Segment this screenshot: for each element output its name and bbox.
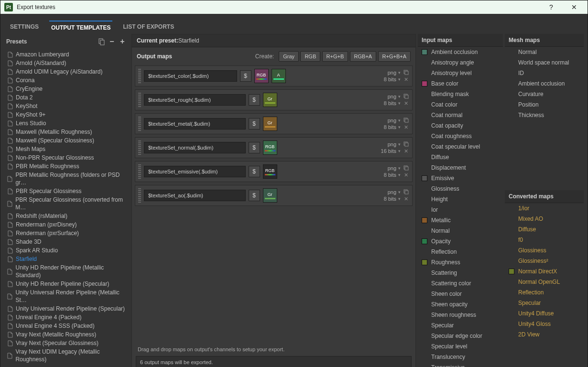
input-map-item[interactable]: Scattering color [418,278,503,289]
preset-item[interactable]: PBR Specular Glossiness (converted from … [4,195,130,212]
preset-item[interactable]: Maxwell (Metallic Roughness) [4,128,130,136]
variable-button[interactable]: $ [249,190,260,201]
preset-item[interactable]: CryEngine [4,85,130,93]
preset-item[interactable]: PBR Metallic Roughness (folders or PSD g… [4,171,130,187]
converted-map-item[interactable]: Unity4 Gloss [505,319,584,329]
preset-item[interactable]: Unity Universal Render Pipeline (Specula… [4,304,130,313]
drag-handle[interactable] [138,140,141,155]
preset-item[interactable]: Maxwell (Specular Glossiness) [4,136,130,145]
map-name-input[interactable] [144,190,246,201]
channel-chip[interactable]: RGB [263,140,277,155]
preset-item[interactable]: Unreal Engine 4 SSS (Packed) [4,322,130,330]
drag-handle[interactable] [138,164,141,179]
input-map-item[interactable]: Coat opacity [418,120,503,131]
preset-item[interactable]: Vray Next (Metallic Roughness) [4,330,130,339]
input-map-item[interactable]: Height [418,194,503,205]
preset-item[interactable]: Redshift (rsMaterial) [4,212,130,220]
create-rgb-button[interactable]: RGB [300,51,320,62]
converted-map-item[interactable]: Reflection [505,287,584,298]
input-map-item[interactable]: Base color [418,78,503,89]
add-preset-icon[interactable]: + [117,37,128,46]
mesh-map-item[interactable]: World space normal [505,57,584,68]
map-name-input[interactable] [144,94,246,106]
input-map-item[interactable]: Coat specular level [418,141,503,152]
channel-chip[interactable]: Gr [263,188,277,203]
remove-map-icon[interactable]: ✕ [403,76,409,83]
drag-handle[interactable] [138,93,141,107]
converted-map-item[interactable]: Diffuse [505,224,584,235]
variable-button[interactable]: $ [249,166,260,177]
format-select[interactable]: png [388,118,396,123]
input-map-item[interactable]: Diffuse [418,152,503,162]
mesh-map-item[interactable]: Normal [505,47,584,57]
copy-icon[interactable] [403,165,409,171]
bits-select[interactable]: 8 bits [384,100,396,106]
preset-item[interactable]: Lens Studio [4,119,130,128]
preset-item[interactable]: Shade 3D [4,237,130,246]
tab-output-templates[interactable]: OUTPUT TEMPLATES [49,21,112,34]
channel-chip[interactable]: RGB [254,69,269,83]
bits-select[interactable]: 16 bits [381,148,396,154]
copy-icon[interactable] [403,118,409,123]
preset-item[interactable]: Spark AR Studio [4,246,130,255]
converted-map-item[interactable]: Glossiness [505,245,584,256]
channel-chip[interactable]: Gr [263,93,277,107]
input-map-item[interactable]: Sheen roughness [418,310,503,320]
copy-icon[interactable] [403,70,409,75]
converted-map-item[interactable]: Normal OpenGL [505,277,584,287]
format-select[interactable]: png [388,94,396,99]
remove-map-icon[interactable]: ✕ [403,124,409,130]
remove-map-icon[interactable]: ✕ [403,148,409,154]
preset-item[interactable]: Mesh Maps [4,145,130,153]
input-map-item[interactable]: Ambient occlusion [418,47,503,57]
converted-map-item[interactable]: Mixed AO [505,214,584,224]
input-map-item[interactable]: Reflection [418,247,503,257]
converted-map-item[interactable]: 1/ior [505,203,584,214]
create-rplusgplusb-button[interactable]: R+G+B [322,51,348,62]
drag-handle[interactable] [138,69,141,83]
channel-chip[interactable]: Gr [263,117,277,131]
create-gray-button[interactable]: Gray [279,51,299,62]
preset-item[interactable]: Unreal Engine 4 (Packed) [4,313,130,322]
format-select[interactable]: png [388,189,396,195]
bits-select[interactable]: 8 bits [384,124,396,130]
format-select[interactable]: png [388,165,396,171]
preset-item[interactable]: Dota 2 [4,93,130,102]
preset-item[interactable]: Renderman (pxrDisney) [4,220,130,229]
converted-map-item[interactable]: f0 [505,235,584,245]
mesh-maps-list[interactable]: NormalWorld space normalIDAmbient occlus… [505,47,584,190]
preset-item[interactable]: Unity Universal Render Pipeline (Metalli… [4,288,130,304]
copy-icon[interactable] [403,94,409,99]
input-map-item[interactable]: Sheen opacity [418,299,503,310]
converted-map-item[interactable]: Glossiness² [505,256,584,266]
bits-select[interactable]: 8 bits [384,196,396,202]
preset-item[interactable]: Arnold UDIM Legacy (AiStandard) [4,67,130,76]
preset-item[interactable]: Unity HD Render Pipeline (Specular) [4,280,130,288]
input-map-item[interactable]: Coat roughness [418,131,503,141]
preset-item[interactable]: Vray Next (Specular Glossiness) [4,339,130,347]
input-map-item[interactable]: Scattering [418,268,503,278]
map-name-input[interactable] [144,142,246,153]
preset-item[interactable]: Non-PBR Specular Glossiness [4,153,130,162]
preset-item[interactable]: Arnold (AiStandard) [4,59,130,67]
duplicate-preset-icon[interactable] [96,37,107,46]
variable-button[interactable]: $ [249,94,260,106]
input-map-item[interactable]: Specular [418,320,503,331]
input-map-item[interactable]: Glossiness [418,184,503,194]
converted-maps-list[interactable]: 1/iorMixed AODiffusef0GlossinessGlossine… [505,203,584,367]
preset-item[interactable]: Amazon Lumberyard [4,50,130,59]
map-name-input[interactable] [144,70,237,82]
input-map-item[interactable]: Specular level [418,341,503,352]
mesh-map-item[interactable]: Thickness [505,110,584,120]
input-map-item[interactable]: Displacement [418,162,503,173]
mesh-map-item[interactable]: ID [505,68,584,78]
input-map-item[interactable]: Specular edge color [418,331,503,341]
input-map-item[interactable]: Coat color [418,99,503,110]
create-rgbplusa-button[interactable]: RGB+A [350,51,377,62]
input-map-item[interactable]: Opacity [418,236,503,247]
format-select[interactable]: png [388,141,396,147]
presets-list[interactable]: Amazon LumberyardArnold (AiStandard)Arno… [4,49,130,367]
input-map-item[interactable]: Normal [418,226,503,236]
converted-map-item[interactable]: Specular [505,298,584,308]
map-name-input[interactable] [144,166,246,177]
